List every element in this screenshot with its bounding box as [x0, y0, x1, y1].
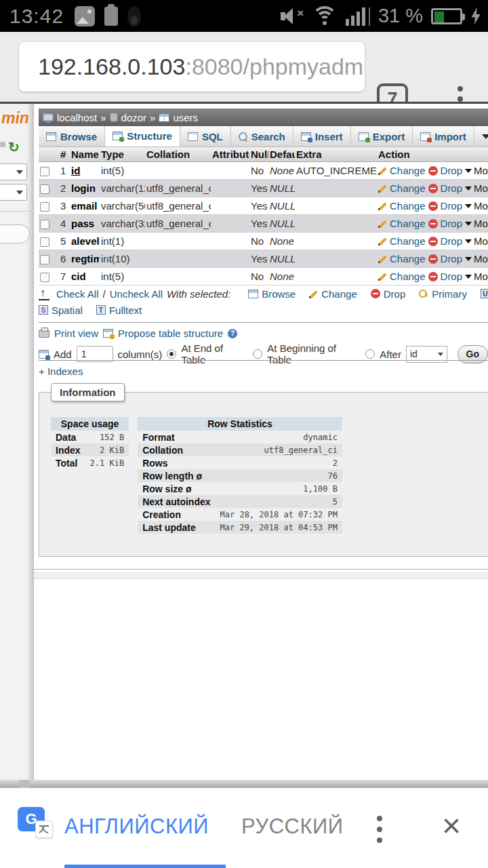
drop-link[interactable]: Drop [441, 235, 463, 247]
change-link[interactable]: Change [390, 182, 426, 194]
with-selected-zone: ↑ Check All / Uncheck All With selected:… [39, 285, 488, 318]
table-row: 2login varchar(12)utf8_general_ci YesNUL… [39, 180, 488, 197]
translate-menu-button[interactable] [371, 812, 388, 846]
breadcrumb-table[interactable]: users [173, 112, 198, 123]
chevron-down-icon [482, 134, 488, 139]
add-column-row: Add 1 column(s) At End of Table At Begin… [39, 342, 488, 366]
page-bottom-strip [0, 780, 488, 788]
radio-at-end-label[interactable]: At End of Table [181, 342, 248, 366]
drop-link[interactable]: Drop [441, 218, 463, 229]
ws-browse-button[interactable]: Browse [248, 288, 296, 300]
space-usage-table: Space usage Data152 B Index2 KiB Total2.… [51, 417, 129, 469]
row-checkbox[interactable] [40, 184, 49, 194]
drop-link[interactable]: Drop [441, 200, 463, 212]
sidebar-select-2[interactable] [0, 184, 27, 201]
change-link[interactable]: Change [390, 200, 426, 212]
battery-icon [431, 8, 462, 24]
divider [39, 322, 488, 323]
radio-at-end[interactable] [167, 349, 176, 359]
close-icon[interactable]: × [432, 804, 470, 846]
space-usage-title: Space usage [51, 417, 129, 431]
more-link[interactable]: More [465, 218, 488, 229]
radio-after[interactable] [365, 349, 375, 359]
tab-more[interactable]: More [474, 126, 488, 146]
breadcrumb-server[interactable]: localhost [57, 112, 97, 123]
drop-link[interactable]: Drop [441, 253, 463, 264]
tab-target-language[interactable]: РУССКИЙ [241, 814, 344, 839]
sidebar-select-1[interactable] [0, 163, 27, 180]
tab-browse[interactable]: Browse [39, 126, 105, 146]
indexes-link[interactable]: + Indexes [39, 366, 83, 377]
import-icon [420, 132, 430, 141]
radio-at-beginning[interactable] [253, 349, 262, 359]
change-link[interactable]: Change [390, 235, 426, 247]
propose-structure-link[interactable]: Propose table structure [118, 328, 223, 339]
tab-source-language[interactable]: АНГЛИЙСКИЙ [64, 814, 209, 839]
propose-structure-icon [103, 329, 113, 338]
charging-bolt-icon [470, 7, 481, 25]
key-icon [419, 289, 428, 298]
chevron-down-icon [465, 257, 472, 261]
structure-table: # Name Type Collation Attributes Null De… [39, 147, 488, 285]
row-checkbox[interactable] [40, 202, 49, 212]
drop-icon [428, 201, 438, 211]
information-legend: Information [51, 383, 125, 401]
android-status-bar: 13:42 × 31 % [0, 0, 488, 32]
tab-sql[interactable]: SQL [180, 126, 231, 146]
ws-unique-button[interactable]: UUnique [481, 288, 488, 300]
database-icon [110, 113, 118, 122]
more-link[interactable]: More [465, 200, 488, 212]
url-bar[interactable]: 192.168.0.103:8080/phpmyadmir [19, 42, 365, 92]
drop-link[interactable]: Drop [441, 271, 463, 282]
uncheck-all-link[interactable]: Uncheck All [110, 288, 163, 300]
change-link[interactable]: Change [390, 218, 426, 229]
ws-change-button[interactable]: Change [309, 288, 357, 300]
refresh-icon[interactable]: ↻ [8, 139, 20, 155]
ws-primary-button[interactable]: Primary [419, 288, 467, 300]
check-all-link[interactable]: Check All [56, 288, 99, 300]
more-link[interactable]: More [465, 235, 488, 247]
help-icon[interactable]: ? [228, 329, 237, 338]
more-link[interactable]: More [465, 182, 488, 194]
tab-search[interactable]: Search [231, 126, 293, 146]
chevron-down-icon [465, 169, 472, 173]
phpmyadmin-page: min ↻ localhost » dozor » users Brow [0, 102, 488, 780]
change-link[interactable]: Change [390, 253, 426, 264]
screen: 13:42 × 31 % 192.168.0.103:8080/phpmyadm… [0, 0, 488, 868]
more-link[interactable]: More [465, 271, 488, 282]
row-checkbox[interactable] [40, 220, 49, 229]
row-checkbox[interactable] [40, 167, 49, 176]
tab-import[interactable]: Import [413, 126, 474, 146]
row-checkbox[interactable] [40, 255, 49, 264]
print-view-link[interactable]: Print view [54, 328, 98, 339]
ws-spatial-button[interactable]: SSpatial [39, 304, 83, 316]
row-checkbox[interactable] [40, 237, 49, 247]
sidebar-button-fragment[interactable] [0, 224, 30, 243]
more-link[interactable]: More [465, 165, 488, 176]
radio-after-label[interactable]: After [380, 349, 401, 360]
tab-export[interactable]: Export [351, 126, 413, 146]
tab-insert[interactable]: Insert [293, 126, 351, 146]
table-row: 6regtime int(10) YesNULL ChangeDropMore [39, 250, 488, 268]
pencil-icon [378, 219, 387, 228]
table-row: 7cid int(5) NoNone ChangeDropMore [39, 268, 488, 285]
chevron-down-icon [465, 239, 472, 243]
pencil-icon [378, 184, 387, 193]
tab-structure[interactable]: Structure [105, 126, 180, 146]
ws-drop-button[interactable]: Drop [371, 288, 406, 300]
row-checkbox[interactable] [40, 273, 49, 282]
server-icon [43, 113, 54, 121]
breadcrumb-separator: » [100, 112, 106, 123]
drop-link[interactable]: Drop [441, 165, 463, 176]
slash: / [103, 288, 106, 300]
drop-link[interactable]: Drop [441, 182, 463, 194]
breadcrumb-database[interactable]: dozor [121, 112, 147, 123]
insert-icon [301, 132, 311, 141]
browser-toolbar: 192.168.0.103:8080/phpmyadmir 7 [0, 32, 488, 102]
radio-at-beginning-label[interactable]: At Beginning of Table [267, 342, 361, 366]
col-num: # [59, 147, 70, 162]
ws-fulltext-button[interactable]: TFulltext [96, 304, 142, 316]
change-link[interactable]: Change [390, 271, 426, 282]
more-link[interactable]: More [465, 253, 488, 264]
change-link[interactable]: Change [390, 165, 426, 176]
